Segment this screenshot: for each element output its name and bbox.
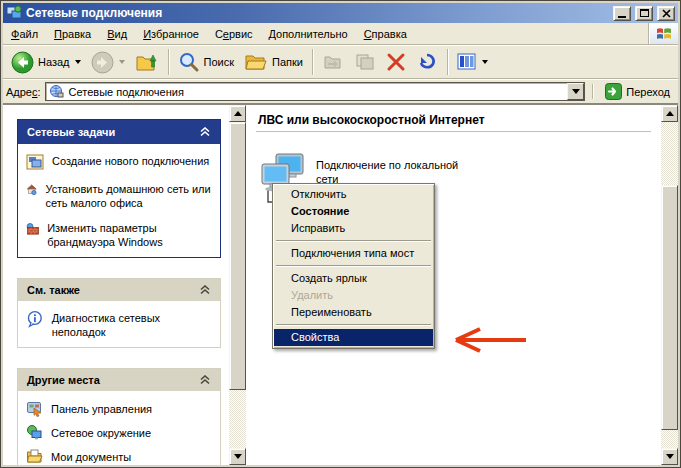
address-label: Адрес: (6, 86, 41, 98)
windows-logo (648, 23, 678, 44)
close-button[interactable] (657, 6, 675, 21)
up-button[interactable] (131, 48, 163, 76)
panel-see-also-header[interactable]: См. также (18, 279, 220, 301)
back-icon (11, 51, 34, 74)
context-menu-item-bridge[interactable]: Подключения типа мост (274, 245, 433, 262)
address-bar: Адрес: Сетевые подключения Переход (3, 79, 678, 104)
panel-body: Панель управления Сетевое окружение (18, 391, 220, 465)
sidebar-item-network-places[interactable]: Сетевое окружение (26, 424, 214, 441)
firewall-icon (26, 220, 39, 238)
address-input[interactable]: Сетевые подключения (45, 82, 586, 101)
scrollbar-track[interactable] (661, 430, 678, 448)
menu-view[interactable]: Вид (99, 23, 135, 44)
scroll-down-icon (234, 454, 242, 459)
copy-to-button (350, 49, 380, 75)
sidebar: Сетевые задачи Создание нового подключен… (3, 105, 229, 465)
back-label: Назад (38, 56, 70, 68)
folders-button[interactable]: Папки (240, 48, 307, 76)
sidebar-item-label: Установить домашнюю сеть или сеть малого… (45, 181, 214, 210)
copy-to-icon (354, 52, 376, 72)
delete-icon (386, 52, 406, 72)
main-scrollbar[interactable] (661, 105, 678, 465)
panel-other-places-header[interactable]: Другие места (18, 369, 220, 391)
network-places-icon (26, 424, 43, 441)
home-network-icon (26, 181, 37, 199)
panel-body: Диагностика сетевых неполадок (18, 301, 220, 347)
panel-other-places: Другие места Панель управления (17, 368, 221, 465)
window-title: Сетевые подключения (26, 6, 609, 20)
menu-favorites[interactable]: Избранное (135, 23, 207, 44)
forward-icon (91, 51, 114, 74)
sidebar-item-network-diagnostics[interactable]: Диагностика сетевых неполадок (26, 310, 214, 339)
context-menu: Отключить Состояние Исправить Подключени… (272, 183, 435, 349)
scroll-up-button[interactable] (229, 105, 246, 122)
maximize-button[interactable] (635, 6, 653, 21)
menu-edit[interactable]: Правка (46, 23, 99, 44)
scrollbar-track[interactable] (661, 122, 678, 185)
scroll-down-icon (666, 454, 674, 459)
control-panel-icon (26, 400, 43, 417)
delete-button[interactable] (382, 49, 410, 75)
toolbar-separator (168, 49, 169, 75)
go-button[interactable]: Переход (600, 81, 675, 102)
go-icon (605, 83, 622, 100)
forward-button[interactable] (87, 48, 129, 77)
maximize-icon (640, 9, 649, 17)
context-menu-item-create-shortcut[interactable]: Создать ярлык (274, 270, 433, 287)
menu-tools[interactable]: Сервис (207, 23, 261, 44)
panel-see-also: См. также Диагностика сетевых неполадо (17, 278, 221, 348)
context-menu-item-status[interactable]: Состояние (274, 203, 433, 220)
views-button[interactable] (453, 50, 492, 74)
panel-network-tasks-header[interactable]: Сетевые задачи (18, 120, 220, 144)
scroll-up-icon (234, 111, 242, 116)
search-button[interactable]: Поиск (174, 48, 238, 76)
up-folder-icon (135, 51, 159, 73)
sidebar-item-label: Мои документы (51, 451, 131, 463)
network-connections-icon (49, 84, 65, 100)
window-icon (6, 5, 22, 21)
scroll-up-button[interactable] (661, 105, 678, 122)
sidebar-item-my-documents[interactable]: Мои документы (26, 448, 214, 465)
toolbar-separator (312, 49, 313, 75)
menu-advanced[interactable]: Дополнительно (261, 23, 356, 44)
menu-help[interactable]: Справка (356, 23, 415, 44)
sidebar-item-firewall-settings[interactable]: Изменить параметры брандмауэра Windows (26, 220, 214, 249)
sidebar-item-new-connection[interactable]: Создание нового подключения (26, 153, 214, 171)
connection-name: Подключение по локальной сети (316, 158, 476, 186)
context-menu-item-rename[interactable]: Переименовать (274, 304, 433, 321)
new-connection-icon (26, 153, 44, 171)
minimize-button[interactable] (613, 6, 631, 21)
toolbar-separator (447, 49, 448, 75)
context-menu-item-disable[interactable]: Отключить (274, 186, 433, 203)
panel-network-tasks: Сетевые задачи Создание нового подключен… (17, 119, 221, 258)
go-label: Переход (626, 86, 670, 98)
network-connections-window: Сетевые подключения Файл Правка Вид Избр… (0, 0, 681, 468)
scroll-down-button[interactable] (229, 448, 246, 465)
title-bar[interactable]: Сетевые подключения (3, 3, 678, 23)
undo-button[interactable] (412, 48, 442, 76)
context-menu-separator (276, 265, 431, 267)
scroll-down-button[interactable] (661, 448, 678, 465)
context-menu-item-repair[interactable]: Исправить (274, 220, 433, 237)
sidebar-item-label: Создание нового подключения (52, 153, 209, 168)
menu-file[interactable]: Файл (3, 23, 46, 44)
context-menu-separator (276, 324, 431, 326)
context-menu-item-properties[interactable]: Свойства (274, 329, 433, 346)
sidebar-scrollbar[interactable] (229, 105, 246, 465)
views-icon (457, 53, 477, 71)
minimize-icon (618, 16, 626, 18)
sidebar-item-control-panel[interactable]: Панель управления (26, 400, 214, 417)
scrollbar-thumb[interactable] (661, 185, 678, 430)
collapse-chevron-icon (199, 285, 211, 295)
my-documents-icon (26, 448, 43, 465)
address-dropdown-button[interactable] (567, 83, 584, 100)
info-icon (26, 310, 44, 328)
sidebar-item-label: Изменить параметры брандмауэра Windows (47, 220, 214, 249)
back-button[interactable]: Назад (7, 48, 85, 77)
toolbar: Назад Поиск (3, 45, 678, 79)
undo-icon (416, 51, 438, 73)
scrollbar-track[interactable] (229, 390, 246, 448)
forward-dropdown-icon (119, 60, 125, 64)
sidebar-item-setup-home-network[interactable]: Установить домашнюю сеть или сеть малого… (26, 181, 214, 210)
scrollbar-thumb[interactable] (229, 122, 246, 390)
